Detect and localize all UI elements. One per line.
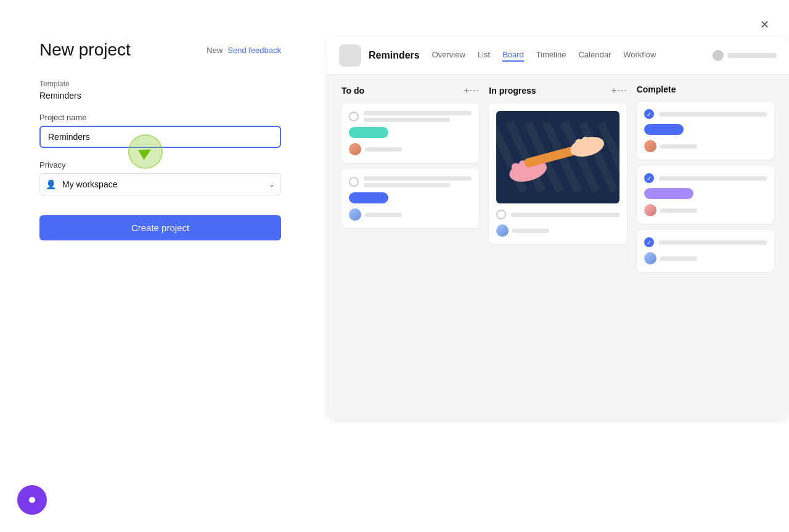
column-todo-title: To do [341, 86, 464, 96]
create-project-button[interactable]: Create project [39, 215, 281, 240]
help-button[interactable] [17, 485, 47, 515]
tab-workflow[interactable]: Workflow [623, 50, 656, 62]
new-link[interactable]: New [206, 46, 223, 55]
todo-card-2-footer [349, 208, 472, 221]
complete-card-3-top: ✓ [644, 237, 767, 247]
card-line [364, 111, 472, 115]
inprogress-card-footer [496, 224, 619, 237]
close-button[interactable]: ✕ [754, 15, 774, 35]
privacy-label: Privacy [39, 160, 281, 170]
left-panel: New project New Send feedback Template R… [0, 0, 321, 532]
todo-card-2 [341, 169, 479, 228]
column-inprogress-add[interactable]: + [611, 85, 616, 96]
complete-check-2[interactable]: ✓ [644, 173, 654, 183]
template-value: Reminders [39, 91, 281, 100]
card-line [659, 176, 767, 181]
todo-card-2-lines [364, 176, 472, 187]
card-image [496, 111, 619, 203]
privacy-select[interactable]: My workspace Public Private [39, 173, 281, 195]
card-line [511, 213, 619, 217]
avatar [349, 208, 361, 221]
project-name-input[interactable] [39, 126, 281, 148]
column-complete: Complete ✓ ✓ [632, 84, 779, 411]
preview-project-name: Reminders [369, 50, 420, 61]
send-feedback-link[interactable]: Send feedback [227, 46, 281, 55]
privacy-select-wrapper: 👤 My workspace Public Private ⌄ [39, 173, 281, 195]
column-todo-header: To do + ⋯ [341, 84, 479, 96]
tab-calendar[interactable]: Calendar [578, 50, 611, 62]
avatar [496, 224, 509, 237]
tab-timeline[interactable]: Timeline [536, 50, 566, 62]
complete-card-1-footer [644, 140, 767, 152]
column-inprogress: In progress + ⋯ [484, 84, 631, 411]
inprogress-card-lines [511, 213, 619, 217]
complete-card-2-footer [644, 204, 767, 216]
column-todo-menu[interactable]: ⋯ [469, 84, 479, 96]
todo-card-1 [341, 104, 479, 163]
baton-illustration [496, 111, 619, 203]
header-links: New Send feedback [206, 46, 281, 55]
complete-card-2: ✓ [637, 166, 774, 224]
column-todo-add[interactable]: + [464, 85, 469, 96]
preview-header: Reminders Overview List Board Timeline C… [327, 37, 789, 75]
card-name-line [660, 144, 697, 149]
card-name-line [365, 213, 402, 217]
card-line [659, 240, 767, 245]
complete-card-1-top: ✓ [644, 109, 767, 119]
card-line [364, 183, 450, 187]
todo-card-2-check[interactable] [349, 177, 359, 187]
page-title: New project [39, 40, 197, 60]
complete-card-3: ✓ [637, 230, 774, 272]
complete-check-3[interactable]: ✓ [644, 237, 654, 247]
column-complete-title: Complete [637, 84, 774, 94]
card-name-line [660, 256, 697, 261]
preview-tabs: Overview List Board Timeline Calendar Wo… [432, 50, 656, 62]
todo-card-1-top [349, 111, 472, 122]
complete-check-1[interactable]: ✓ [644, 109, 654, 119]
template-label: Template [39, 80, 281, 88]
card-line [364, 118, 450, 122]
form-header: New project New Send feedback [39, 40, 281, 60]
complete-card-1-tag [644, 124, 684, 135]
inprogress-check[interactable] [496, 210, 506, 219]
project-name-label: Project name [39, 113, 281, 122]
preview-header-bar [727, 53, 777, 58]
todo-card-1-lines [364, 111, 472, 122]
column-complete-header: Complete [637, 84, 774, 94]
help-icon [29, 497, 35, 503]
todo-card-2-top [349, 176, 472, 187]
complete-card-2-tag [644, 188, 693, 199]
column-inprogress-title: In progress [489, 86, 611, 96]
tab-list[interactable]: List [478, 50, 490, 62]
avatar [349, 143, 361, 155]
preview-panel: Reminders Overview List Board Timeline C… [327, 37, 789, 419]
todo-card-1-check[interactable] [349, 112, 359, 121]
complete-card-3-lines [659, 240, 767, 245]
complete-card-1: ✓ [637, 102, 774, 160]
inprogress-card-1 [489, 104, 626, 244]
card-name-line [512, 229, 549, 233]
card-line [659, 112, 767, 117]
column-todo: To do + ⋯ [337, 84, 484, 411]
avatar [644, 252, 656, 264]
avatar [644, 204, 656, 216]
complete-card-3-footer [644, 252, 767, 264]
card-name-line [365, 147, 402, 152]
preview-user-avatar [713, 50, 724, 61]
todo-card-2-tag [349, 192, 388, 203]
tab-overview[interactable]: Overview [432, 50, 465, 62]
card-line [364, 176, 472, 181]
project-avatar [339, 44, 361, 67]
todo-card-1-tag [349, 127, 388, 138]
column-inprogress-menu[interactable]: ⋯ [617, 84, 627, 96]
preview-header-right [713, 50, 777, 61]
inprogress-card-check-row [496, 210, 619, 219]
complete-card-1-lines [659, 112, 767, 117]
todo-card-1-footer [349, 143, 472, 155]
tab-board[interactable]: Board [502, 50, 524, 62]
column-inprogress-header: In progress + ⋯ [489, 84, 626, 96]
avatar [644, 140, 656, 152]
complete-card-2-lines [659, 176, 767, 181]
complete-card-2-top: ✓ [644, 173, 767, 183]
close-icon: ✕ [760, 18, 769, 31]
